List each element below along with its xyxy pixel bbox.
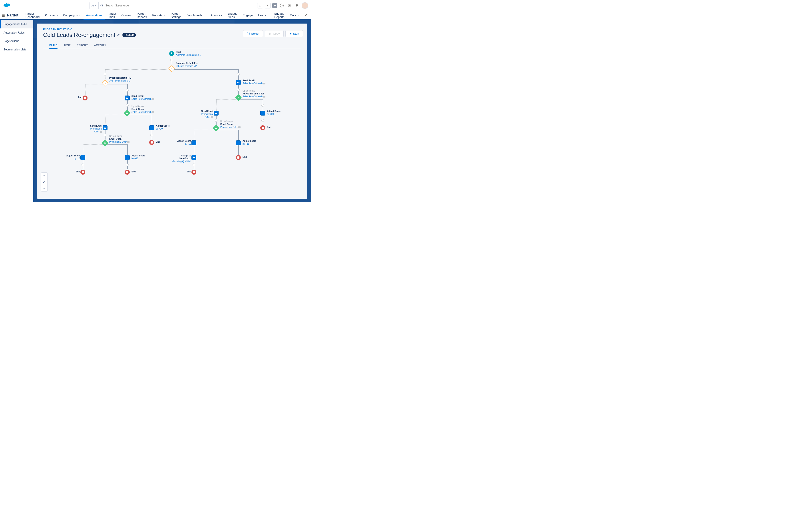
asset-icon	[211, 116, 213, 118]
favorites-button[interactable]	[257, 3, 263, 8]
start-button[interactable]: Start	[285, 30, 303, 37]
svg-text:?: ?	[281, 4, 283, 7]
edit-title-icon[interactable]	[117, 33, 120, 37]
user-avatar[interactable]	[301, 2, 308, 9]
sidebar-item-engagement-studio[interactable]: Engagement Studio	[0, 20, 33, 28]
nav-item-analytics[interactable]: Analytics	[208, 11, 225, 19]
add-step[interactable]	[261, 119, 264, 122]
tab-test[interactable]: TEST	[64, 42, 70, 49]
start-node[interactable]	[169, 51, 174, 56]
trigger-node[interactable]	[235, 94, 242, 101]
end-node[interactable]	[125, 170, 130, 175]
action-node[interactable]	[236, 80, 241, 85]
node-label: Adjust Scoreby +20	[267, 110, 281, 116]
add-step[interactable]	[237, 73, 240, 76]
edit-nav-icon[interactable]	[302, 13, 311, 17]
search-input[interactable]	[105, 4, 176, 7]
action-node[interactable]	[192, 155, 196, 160]
node-label: Assign to Salesforc...Marketing Qualifie…	[170, 154, 191, 166]
node-label: Adjust Scoreby +15	[242, 140, 256, 145]
action-node[interactable]	[236, 140, 241, 145]
add-step[interactable]	[150, 134, 153, 136]
sidebar-item-segmentation-lists[interactable]: Segmentation Lists	[0, 45, 33, 54]
add-step[interactable]	[126, 104, 128, 107]
action-node[interactable]	[149, 125, 154, 130]
flow-canvas[interactable]: StartAdWords Campaign Le... ✎ Prospect D…	[37, 49, 308, 196]
action-node[interactable]	[260, 111, 265, 116]
end-node[interactable]	[192, 170, 196, 175]
add-step[interactable]	[104, 134, 106, 136]
setup-icon[interactable]	[287, 3, 292, 8]
nav-item-campaigns[interactable]: Campaigns	[60, 11, 84, 19]
page-title: Cold Leads Re-engagement	[43, 32, 115, 38]
zoom-out-button[interactable]: −	[41, 185, 47, 191]
node-label: Up to 3 daysEmail OpenPromotional Offer	[109, 135, 129, 143]
nav-item-content[interactable]: Content	[119, 11, 134, 19]
select-button[interactable]: Select	[243, 30, 263, 37]
trigger-node[interactable]	[124, 110, 130, 116]
end-node[interactable]	[80, 170, 85, 175]
chevron-down-icon	[297, 14, 299, 17]
zoom-in-button[interactable]: +	[41, 173, 47, 179]
nav-item-leads[interactable]: Leads	[255, 11, 272, 19]
node-label: StartAdWords Campaign Le...	[176, 51, 201, 56]
add-step[interactable]	[82, 164, 84, 166]
end-node[interactable]	[83, 95, 88, 101]
notifications-icon[interactable]	[294, 3, 300, 8]
node-label: End	[156, 140, 160, 143]
nav-item-pardot-dashboard[interactable]: Pardot Dashboard	[23, 11, 42, 19]
action-node[interactable]	[192, 140, 196, 145]
node-label: End	[267, 126, 271, 129]
add-step[interactable]	[193, 164, 195, 166]
nav-item-prospects[interactable]: Prospects	[42, 11, 60, 19]
tab-report[interactable]: REPORT	[77, 42, 88, 49]
nav-item-automations[interactable]: Automations	[84, 11, 105, 19]
nav-item-pardot-settings[interactable]: Pardot Settings	[168, 11, 184, 19]
nav-item-engage-reports[interactable]: Engage Reports	[272, 11, 287, 19]
node-label: Up to 3 daysEmail OpenSales Rep Outreach	[132, 105, 154, 114]
add-button[interactable]	[272, 3, 277, 8]
studio-card: ENGAGEMENT STUDIO Cold Leads Re-engageme…	[37, 24, 308, 199]
action-node[interactable]	[214, 111, 219, 116]
nav-item-engage-alerts[interactable]: Engage Alerts	[225, 11, 240, 19]
node-label: Up to 3 daysAny Email Link ClickSales Re…	[242, 89, 265, 98]
action-node[interactable]	[103, 125, 108, 130]
rule-node[interactable]: ✎	[168, 65, 175, 72]
add-step[interactable]	[237, 88, 240, 91]
nav-item-engage[interactable]: Engage	[240, 11, 255, 19]
help-icon[interactable]: ?	[279, 3, 285, 8]
nav-item-pardot-email[interactable]: Pardot Email	[105, 11, 119, 19]
trigger-node[interactable]	[212, 125, 220, 132]
nav-item-dashboards[interactable]: Dashboards	[184, 11, 208, 19]
action-node[interactable]	[125, 95, 130, 101]
add-step[interactable]	[215, 119, 218, 122]
add-step[interactable]	[126, 89, 128, 91]
end-node[interactable]	[260, 125, 265, 130]
tab-build[interactable]: BUILD	[49, 42, 58, 49]
sidebar-item-automation-rules[interactable]: Automation Rules	[0, 28, 33, 37]
favorites-dropdown[interactable]	[265, 3, 270, 8]
copy-button[interactable]: Copy	[265, 30, 283, 37]
action-node[interactable]	[80, 155, 85, 160]
action-node[interactable]	[125, 155, 130, 160]
nav-item-reports[interactable]: Reports	[149, 11, 168, 19]
app-launcher-icon[interactable]	[2, 12, 5, 19]
chevron-down-icon	[267, 14, 269, 17]
end-node[interactable]	[149, 140, 154, 145]
rule-node[interactable]: ✎	[102, 80, 108, 87]
add-step[interactable]	[104, 73, 106, 76]
search-scope-dropdown[interactable]: All	[90, 2, 98, 9]
zoom-fit-button[interactable]	[41, 179, 47, 185]
svg-point-5	[3, 14, 4, 15]
add-step[interactable]	[261, 104, 264, 107]
add-step[interactable]	[126, 164, 128, 166]
asset-icon	[263, 83, 265, 84]
tab-activity[interactable]: ACTIVITY	[94, 42, 106, 49]
nav-item-pardot-reports[interactable]: Pardot Reports	[134, 11, 150, 19]
trigger-node[interactable]	[102, 139, 108, 146]
add-step[interactable]	[170, 59, 173, 61]
svg-point-12	[4, 16, 5, 17]
sidebar-item-page-actions[interactable]: Page Actions	[0, 37, 33, 45]
nav-item-more[interactable]: More	[287, 11, 302, 19]
end-node[interactable]	[236, 155, 241, 160]
